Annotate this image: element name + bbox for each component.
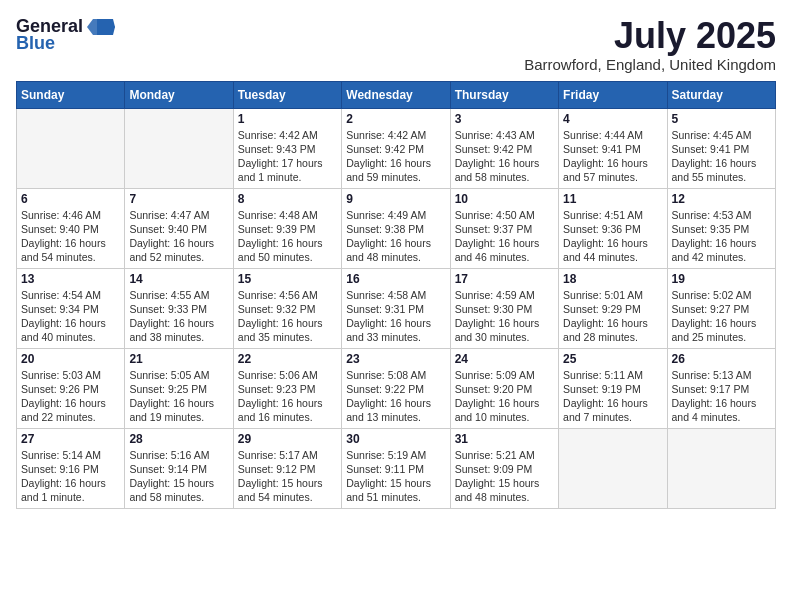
day-number: 19 [672,272,771,286]
weekday-header-saturday: Saturday [667,81,775,108]
day-detail: Sunrise: 5:05 AM Sunset: 9:25 PM Dayligh… [129,368,228,425]
day-number: 16 [346,272,445,286]
calendar-cell: 1Sunrise: 4:42 AM Sunset: 9:43 PM Daylig… [233,108,341,188]
day-number: 12 [672,192,771,206]
calendar-cell: 26Sunrise: 5:13 AM Sunset: 9:17 PM Dayli… [667,348,775,428]
day-detail: Sunrise: 5:01 AM Sunset: 9:29 PM Dayligh… [563,288,662,345]
calendar-cell: 28Sunrise: 5:16 AM Sunset: 9:14 PM Dayli… [125,428,233,508]
day-number: 10 [455,192,554,206]
calendar-cell: 17Sunrise: 4:59 AM Sunset: 9:30 PM Dayli… [450,268,558,348]
day-number: 20 [21,352,120,366]
location: Barrowford, England, United Kingdom [524,56,776,73]
calendar-cell: 11Sunrise: 4:51 AM Sunset: 9:36 PM Dayli… [559,188,667,268]
day-number: 9 [346,192,445,206]
day-detail: Sunrise: 5:11 AM Sunset: 9:19 PM Dayligh… [563,368,662,425]
day-number: 17 [455,272,554,286]
calendar-cell: 27Sunrise: 5:14 AM Sunset: 9:16 PM Dayli… [17,428,125,508]
day-detail: Sunrise: 4:58 AM Sunset: 9:31 PM Dayligh… [346,288,445,345]
day-number: 21 [129,352,228,366]
calendar-cell: 14Sunrise: 4:55 AM Sunset: 9:33 PM Dayli… [125,268,233,348]
day-detail: Sunrise: 5:17 AM Sunset: 9:12 PM Dayligh… [238,448,337,505]
day-detail: Sunrise: 5:09 AM Sunset: 9:20 PM Dayligh… [455,368,554,425]
calendar-table: SundayMondayTuesdayWednesdayThursdayFrid… [16,81,776,509]
day-number: 14 [129,272,228,286]
day-number: 2 [346,112,445,126]
calendar-cell [667,428,775,508]
day-detail: Sunrise: 4:51 AM Sunset: 9:36 PM Dayligh… [563,208,662,265]
day-number: 31 [455,432,554,446]
calendar-cell: 24Sunrise: 5:09 AM Sunset: 9:20 PM Dayli… [450,348,558,428]
month-title: July 2025 [524,16,776,56]
calendar-cell: 5Sunrise: 4:45 AM Sunset: 9:41 PM Daylig… [667,108,775,188]
day-detail: Sunrise: 5:14 AM Sunset: 9:16 PM Dayligh… [21,448,120,505]
day-detail: Sunrise: 4:43 AM Sunset: 9:42 PM Dayligh… [455,128,554,185]
day-number: 18 [563,272,662,286]
day-number: 15 [238,272,337,286]
calendar-cell: 8Sunrise: 4:48 AM Sunset: 9:39 PM Daylig… [233,188,341,268]
calendar-cell: 4Sunrise: 4:44 AM Sunset: 9:41 PM Daylig… [559,108,667,188]
calendar-cell: 31Sunrise: 5:21 AM Sunset: 9:09 PM Dayli… [450,428,558,508]
day-detail: Sunrise: 4:48 AM Sunset: 9:39 PM Dayligh… [238,208,337,265]
day-number: 1 [238,112,337,126]
day-number: 8 [238,192,337,206]
calendar-cell: 10Sunrise: 4:50 AM Sunset: 9:37 PM Dayli… [450,188,558,268]
week-row-5: 27Sunrise: 5:14 AM Sunset: 9:16 PM Dayli… [17,428,776,508]
day-detail: Sunrise: 5:21 AM Sunset: 9:09 PM Dayligh… [455,448,554,505]
day-number: 7 [129,192,228,206]
calendar-cell: 18Sunrise: 5:01 AM Sunset: 9:29 PM Dayli… [559,268,667,348]
day-number: 29 [238,432,337,446]
day-detail: Sunrise: 4:45 AM Sunset: 9:41 PM Dayligh… [672,128,771,185]
day-detail: Sunrise: 4:54 AM Sunset: 9:34 PM Dayligh… [21,288,120,345]
calendar-cell: 7Sunrise: 4:47 AM Sunset: 9:40 PM Daylig… [125,188,233,268]
day-number: 6 [21,192,120,206]
page-header: General Blue July 2025 Barrowford, Engla… [16,16,776,73]
day-number: 13 [21,272,120,286]
week-row-2: 6Sunrise: 4:46 AM Sunset: 9:40 PM Daylig… [17,188,776,268]
calendar-cell: 2Sunrise: 4:42 AM Sunset: 9:42 PM Daylig… [342,108,450,188]
calendar-cell: 13Sunrise: 4:54 AM Sunset: 9:34 PM Dayli… [17,268,125,348]
calendar-cell: 19Sunrise: 5:02 AM Sunset: 9:27 PM Dayli… [667,268,775,348]
calendar-cell: 16Sunrise: 4:58 AM Sunset: 9:31 PM Dayli… [342,268,450,348]
day-number: 26 [672,352,771,366]
week-row-4: 20Sunrise: 5:03 AM Sunset: 9:26 PM Dayli… [17,348,776,428]
day-number: 25 [563,352,662,366]
day-detail: Sunrise: 4:46 AM Sunset: 9:40 PM Dayligh… [21,208,120,265]
day-detail: Sunrise: 4:49 AM Sunset: 9:38 PM Dayligh… [346,208,445,265]
week-row-1: 1Sunrise: 4:42 AM Sunset: 9:43 PM Daylig… [17,108,776,188]
calendar-cell: 12Sunrise: 4:53 AM Sunset: 9:35 PM Dayli… [667,188,775,268]
day-number: 23 [346,352,445,366]
calendar-cell: 20Sunrise: 5:03 AM Sunset: 9:26 PM Dayli… [17,348,125,428]
title-area: July 2025 Barrowford, England, United Ki… [524,16,776,73]
svg-marker-1 [97,19,115,35]
day-number: 24 [455,352,554,366]
calendar-cell: 23Sunrise: 5:08 AM Sunset: 9:22 PM Dayli… [342,348,450,428]
calendar-cell: 22Sunrise: 5:06 AM Sunset: 9:23 PM Dayli… [233,348,341,428]
calendar-cell: 21Sunrise: 5:05 AM Sunset: 9:25 PM Dayli… [125,348,233,428]
blue-text: Blue [16,33,55,54]
day-detail: Sunrise: 5:16 AM Sunset: 9:14 PM Dayligh… [129,448,228,505]
day-detail: Sunrise: 5:13 AM Sunset: 9:17 PM Dayligh… [672,368,771,425]
calendar-cell [559,428,667,508]
day-detail: Sunrise: 4:42 AM Sunset: 9:43 PM Dayligh… [238,128,337,185]
calendar-cell: 9Sunrise: 4:49 AM Sunset: 9:38 PM Daylig… [342,188,450,268]
day-detail: Sunrise: 4:47 AM Sunset: 9:40 PM Dayligh… [129,208,228,265]
day-detail: Sunrise: 4:55 AM Sunset: 9:33 PM Dayligh… [129,288,228,345]
weekday-header-wednesday: Wednesday [342,81,450,108]
day-detail: Sunrise: 4:56 AM Sunset: 9:32 PM Dayligh… [238,288,337,345]
calendar-cell: 3Sunrise: 4:43 AM Sunset: 9:42 PM Daylig… [450,108,558,188]
day-number: 5 [672,112,771,126]
calendar-cell: 6Sunrise: 4:46 AM Sunset: 9:40 PM Daylig… [17,188,125,268]
day-number: 28 [129,432,228,446]
day-detail: Sunrise: 5:08 AM Sunset: 9:22 PM Dayligh… [346,368,445,425]
logo: General Blue [16,16,115,54]
weekday-header-monday: Monday [125,81,233,108]
day-number: 22 [238,352,337,366]
day-detail: Sunrise: 5:19 AM Sunset: 9:11 PM Dayligh… [346,448,445,505]
day-detail: Sunrise: 4:50 AM Sunset: 9:37 PM Dayligh… [455,208,554,265]
calendar-cell: 29Sunrise: 5:17 AM Sunset: 9:12 PM Dayli… [233,428,341,508]
calendar-cell: 15Sunrise: 4:56 AM Sunset: 9:32 PM Dayli… [233,268,341,348]
day-number: 4 [563,112,662,126]
day-detail: Sunrise: 4:44 AM Sunset: 9:41 PM Dayligh… [563,128,662,185]
weekday-header-thursday: Thursday [450,81,558,108]
weekday-header-tuesday: Tuesday [233,81,341,108]
